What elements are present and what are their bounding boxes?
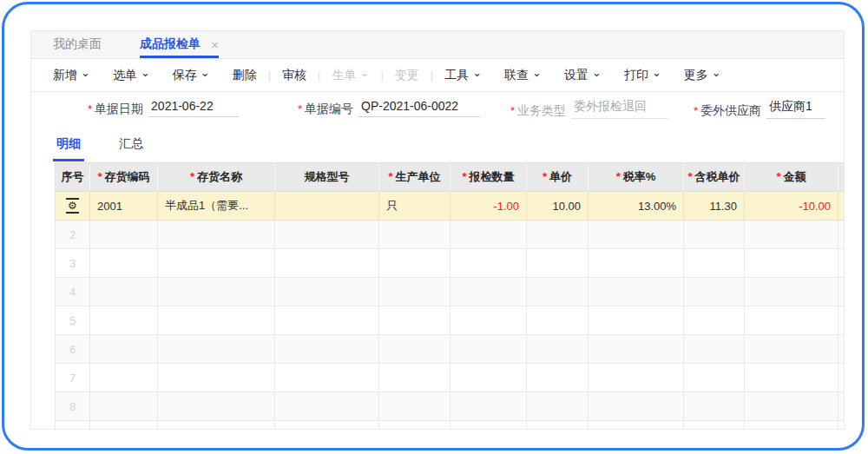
empty-cell[interactable] [450, 306, 527, 335]
empty-cell[interactable] [450, 220, 527, 249]
empty-cell[interactable] [275, 335, 379, 364]
empty-cell[interactable] [379, 392, 450, 421]
empty-cell[interactable] [527, 306, 589, 335]
cell-unit-price[interactable]: 10.00 [527, 192, 589, 220]
empty-cell[interactable] [527, 335, 589, 364]
empty-cell[interactable] [589, 249, 684, 278]
empty-cell[interactable] [745, 364, 838, 392]
empty-cell[interactable] [275, 392, 379, 421]
empty-cell[interactable] [275, 278, 379, 306]
empty-cell[interactable] [684, 335, 745, 364]
empty-cell[interactable] [379, 335, 450, 364]
empty-cell[interactable] [158, 364, 275, 392]
toolbar-button-linked-query[interactable]: 联查⌄ [493, 68, 553, 83]
empty-cell[interactable] [745, 335, 838, 364]
empty-cell[interactable] [379, 306, 450, 335]
empty-cell[interactable] [90, 421, 158, 431]
empty-cell[interactable] [527, 392, 589, 421]
empty-cell[interactable] [90, 220, 158, 249]
empty-cell[interactable] [684, 220, 745, 249]
empty-cell[interactable] [450, 278, 527, 306]
doc-number-input[interactable]: QP-2021-06-0022 [358, 99, 480, 117]
empty-cell[interactable] [527, 421, 589, 431]
empty-cell[interactable] [275, 421, 379, 431]
empty-cell[interactable] [745, 306, 838, 335]
empty-cell[interactable] [450, 421, 527, 431]
toolbar-button-more[interactable]: 更多⌄ [673, 68, 733, 83]
outsource-supplier-input[interactable]: 供应商1 [766, 99, 825, 119]
empty-cell[interactable] [684, 364, 745, 392]
empty-cell[interactable] [589, 421, 684, 431]
cell-inventory-code[interactable]: 2001 [90, 192, 158, 220]
empty-cell[interactable] [589, 335, 684, 364]
empty-cell[interactable] [684, 249, 745, 278]
empty-cell[interactable] [158, 220, 275, 249]
empty-cell[interactable] [589, 306, 684, 335]
toolbar-button-save[interactable]: 保存⌄ [161, 68, 221, 83]
toolbar-button-delete[interactable]: 删除 [221, 68, 268, 83]
empty-cell[interactable] [90, 249, 158, 278]
cell-spec-model[interactable] [275, 192, 379, 220]
cell-amount[interactable]: -10.00 [745, 192, 838, 220]
empty-cell[interactable] [450, 392, 527, 421]
close-icon[interactable]: × [211, 37, 219, 52]
empty-cell[interactable] [90, 392, 158, 421]
empty-cell[interactable] [684, 392, 745, 421]
empty-cell[interactable] [745, 278, 838, 306]
empty-cell[interactable] [745, 392, 838, 421]
empty-cell[interactable] [379, 278, 450, 306]
tab-detail[interactable]: 明细 [53, 127, 84, 161]
empty-cell[interactable] [158, 335, 275, 364]
empty-cell[interactable] [275, 306, 379, 335]
empty-cell[interactable] [527, 249, 589, 278]
toolbar-button-settings[interactable]: 设置⌄ [553, 68, 613, 83]
empty-cell[interactable] [158, 392, 275, 421]
empty-cell[interactable] [527, 364, 589, 392]
empty-cell[interactable] [684, 306, 745, 335]
cell-tax-incl-price[interactable]: 11.30 [684, 192, 745, 220]
empty-cell[interactable] [450, 335, 527, 364]
empty-cell[interactable] [379, 220, 450, 249]
empty-cell[interactable] [684, 278, 745, 306]
toolbar-button-tools[interactable]: 工具⌄ [433, 68, 493, 83]
empty-cell[interactable] [589, 220, 684, 249]
empty-cell[interactable] [589, 364, 684, 392]
empty-cell[interactable] [379, 249, 450, 278]
empty-cell[interactable] [275, 220, 379, 249]
doc-date-input[interactable]: 2021-06-22 [148, 99, 239, 117]
empty-cell[interactable] [379, 421, 450, 431]
empty-cell[interactable] [90, 364, 158, 392]
empty-cell[interactable] [589, 278, 684, 306]
tab-finished-product-inspection[interactable]: 成品报检单 × [140, 31, 219, 58]
tab-my-desktop[interactable]: 我的桌面 [53, 31, 102, 58]
empty-cell[interactable] [745, 421, 838, 431]
empty-cell[interactable] [745, 220, 838, 249]
empty-cell[interactable] [275, 364, 379, 392]
empty-cell[interactable] [158, 278, 275, 306]
empty-cell[interactable] [90, 335, 158, 364]
toolbar-button-select-doc[interactable]: 选单⌄ [102, 68, 161, 83]
cell-tax-rate[interactable]: 13.00% [589, 192, 684, 220]
toolbar-button-add[interactable]: 新增⌄ [42, 68, 102, 83]
empty-cell[interactable] [745, 249, 838, 278]
empty-cell[interactable] [275, 249, 379, 278]
empty-cell[interactable] [158, 249, 275, 278]
empty-cell[interactable] [450, 249, 527, 278]
cell-production-unit[interactable]: 只 [379, 192, 450, 220]
empty-cell[interactable] [158, 306, 275, 335]
gear-icon[interactable]: ⚙ [66, 198, 79, 214]
empty-cell[interactable] [450, 364, 527, 392]
empty-cell[interactable] [684, 421, 745, 431]
empty-cell[interactable] [589, 392, 684, 421]
empty-cell[interactable] [527, 220, 589, 249]
toolbar-button-print[interactable]: 打印⌄ [613, 68, 673, 83]
empty-cell[interactable] [158, 421, 275, 431]
toolbar-button-audit[interactable]: 审核 [271, 68, 318, 83]
cell-inspection-qty[interactable]: -1.00 [450, 192, 527, 220]
tab-summary[interactable]: 汇总 [115, 127, 147, 161]
cell-inventory-name[interactable]: 半成品1（需要... [158, 192, 275, 220]
empty-cell[interactable] [90, 278, 158, 306]
empty-cell[interactable] [90, 306, 158, 335]
empty-cell[interactable] [379, 364, 450, 392]
empty-cell[interactable] [527, 278, 589, 306]
